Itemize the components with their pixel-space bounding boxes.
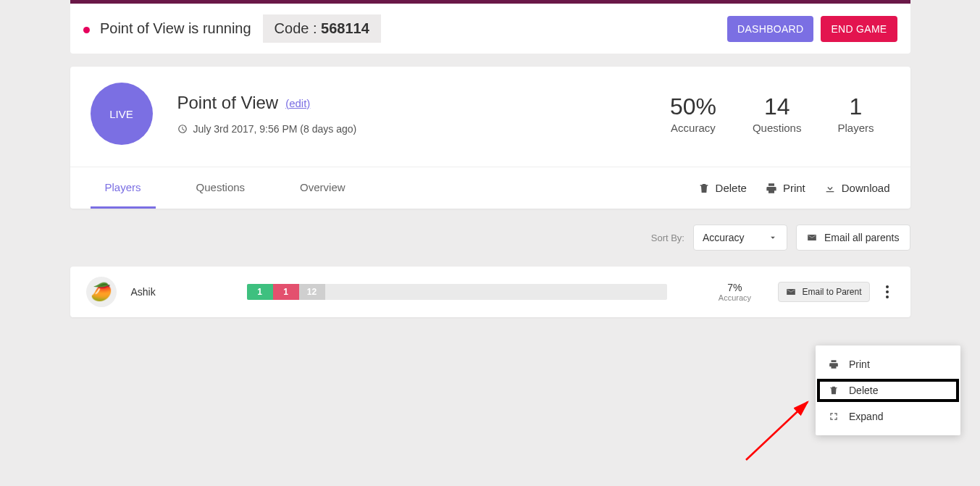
player-accuracy-value: 7% — [698, 282, 771, 293]
email-to-parent-button[interactable]: Email to Parent — [778, 282, 869, 302]
filter-row: Sort By: Accuracy Email all parents — [70, 225, 910, 251]
download-icon — [824, 183, 836, 194]
stat-questions: 14 Questions — [753, 93, 802, 134]
stat-accuracy-label: Accuracy — [670, 122, 716, 134]
dropdown-delete[interactable]: Delete — [816, 377, 960, 403]
running-status: Point of View is running — [83, 20, 251, 37]
envelope-icon — [786, 287, 796, 297]
player-accuracy: 7% Accuracy — [698, 282, 771, 302]
dropdown-expand[interactable]: Expand — [816, 403, 960, 430]
tab-players[interactable]: Players — [91, 167, 156, 209]
stat-accuracy-value: 50% — [670, 93, 716, 120]
sort-selected-value: Accuracy — [703, 232, 745, 243]
delete-action[interactable]: Delete — [698, 182, 747, 194]
avatar: 🥭 — [86, 277, 117, 307]
email-all-label: Email all parents — [824, 232, 900, 243]
dropdown-print[interactable]: Print — [816, 351, 960, 377]
code-label: Code : — [275, 20, 321, 36]
timestamp-text: July 3rd 2017, 9:56 PM (8 days ago) — [193, 123, 357, 135]
printer-icon — [766, 183, 777, 194]
player-row: 🥭 Ashik 1 1 12 7% Accuracy Email to Pare… — [70, 267, 910, 317]
caret-down-icon — [768, 232, 778, 243]
player-name: Ashik — [131, 286, 247, 298]
top-bar: Point of View is running Code : 568114 D… — [70, 0, 910, 54]
player-accuracy-label: Accuracy — [698, 293, 771, 302]
live-badge: LIVE — [91, 83, 153, 145]
download-action-label: Download — [842, 182, 890, 194]
sort-select[interactable]: Accuracy — [693, 225, 787, 251]
trash-icon — [829, 385, 839, 395]
print-action[interactable]: Print — [766, 182, 805, 194]
dropdown-print-label: Print — [849, 359, 870, 370]
print-action-label: Print — [783, 182, 805, 194]
live-dot-icon — [83, 27, 90, 33]
email-to-parent-label: Email to Parent — [802, 287, 861, 297]
stat-accuracy: 50% Accuracy — [670, 93, 716, 134]
game-code-box: Code : 568114 — [263, 14, 381, 43]
dropdown-delete-label: Delete — [849, 385, 878, 396]
running-text: Point of View is running — [100, 20, 251, 36]
download-action[interactable]: Download — [824, 182, 890, 194]
stat-questions-label: Questions — [753, 122, 802, 134]
progress-bar: 1 1 12 — [247, 284, 699, 300]
game-summary-card: LIVE Point of View (edit) July 3rd 2017,… — [70, 67, 910, 209]
trash-icon — [698, 183, 710, 194]
delete-action-label: Delete — [716, 182, 747, 194]
expand-icon — [829, 411, 839, 422]
row-menu-dropdown: Print Delete Expand — [816, 345, 960, 435]
edit-link[interactable]: (edit) — [285, 97, 310, 109]
tab-questions[interactable]: Questions — [182, 167, 260, 209]
stat-players-label: Players — [837, 122, 874, 134]
clock-icon — [177, 124, 188, 134]
end-game-button[interactable]: END GAME — [821, 16, 897, 42]
progress-wrong: 1 — [273, 284, 299, 300]
envelope-icon — [807, 232, 817, 243]
printer-icon — [829, 359, 839, 369]
progress-correct: 1 — [247, 284, 273, 300]
dropdown-expand-label: Expand — [849, 411, 883, 422]
progress-unattempted: 12 — [299, 284, 325, 300]
stat-players-value: 1 — [837, 93, 874, 120]
tab-overview[interactable]: Overview — [285, 167, 360, 209]
stat-questions-value: 14 — [753, 93, 802, 120]
email-all-parents-button[interactable]: Email all parents — [796, 225, 910, 251]
dashboard-button[interactable]: DASHBOARD — [727, 16, 813, 42]
stat-players: 1 Players — [837, 93, 874, 134]
annotation-arrow — [739, 387, 826, 474]
game-title: Point of View — [177, 93, 279, 113]
player-row-menu-button[interactable] — [880, 281, 895, 303]
svg-line-0 — [746, 402, 808, 460]
code-value: 568114 — [321, 20, 369, 36]
sort-by-label: Sort By: — [651, 232, 684, 243]
